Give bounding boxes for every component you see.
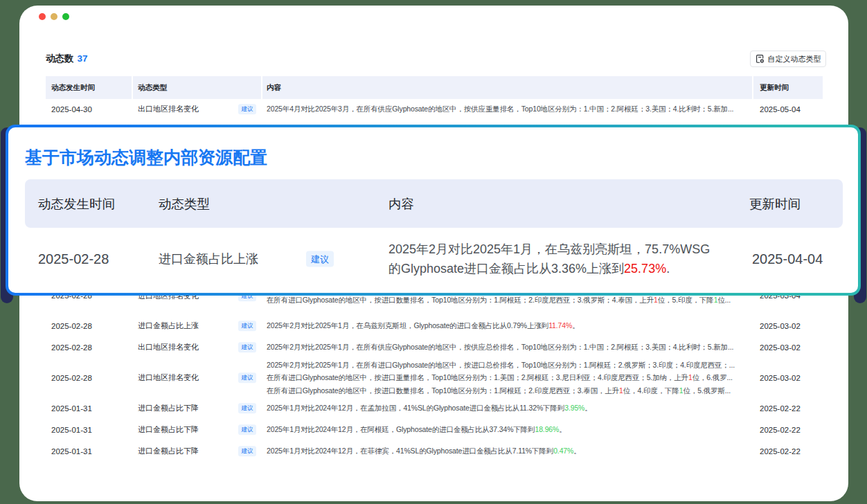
row-type: 进口金额占比下降建议	[133, 440, 261, 462]
row-type-label: 进口金额占比上涨	[138, 321, 199, 331]
table-row: 2025-02-28进口金额占比上涨建议2025年2月对比2025年1月，在乌兹…	[46, 315, 823, 336]
table-row: 2025-02-28进口地区排名变化建议2025年2月对比2025年1月，在所有…	[46, 358, 823, 397]
row-content: 2025年2月对比2025年1月，在所有进口Glyphosate的地区中，按进口…	[262, 358, 752, 397]
window-controls	[39, 13, 69, 20]
spotlight-row-type: 进口金额占比上涨 建议	[159, 228, 388, 290]
customize-dynamic-type-button[interactable]: 自定义动态类型	[750, 51, 826, 67]
row-type: 进口金额占比上涨建议	[133, 315, 261, 336]
content-line: 在所有进口Glyphosate的地区中，按进口数量排名，Top10地区分别为：1…	[267, 384, 752, 397]
row-update: 2025-03-02	[753, 336, 823, 358]
content-line: 2025年1月对比2024年12月，在孟加拉国，41%SL的Glyphosate…	[267, 402, 752, 415]
spotlight-column-header-update-time: 更新时间	[749, 179, 843, 228]
suggestion-tag: 建议	[306, 251, 334, 267]
suggestion-tag: 建议	[238, 372, 256, 384]
page: 动态数37	[0, 0, 867, 504]
row-date: 2025-02-28	[46, 336, 132, 358]
table-row: 2025-01-31进口金额占比下降建议2025年1月对比2024年12月，在阿…	[46, 419, 823, 440]
spotlight-row-date: 2025-02-28	[25, 228, 159, 290]
table-row: 2025-01-31进口金额占比下降建议2025年1月对比2024年12月，在菲…	[46, 440, 823, 462]
row-content: 2025年4月对比2025年3月，在所有供应Glyphosate的地区中，按供应…	[262, 98, 752, 120]
spotlight-card-body: 基于市场动态调整内部资源配置 动态发生时间 动态类型 内容 更新时间 2025-…	[8, 127, 858, 293]
row-update: 2025-02-22	[753, 440, 823, 462]
row-date: 2025-01-31	[46, 397, 132, 419]
table-row: 2025-01-31进口金额占比下降建议2025年1月对比2024年12月，在孟…	[46, 397, 823, 419]
content-line: 2025年2月对比2025年1月，在所有进口Glyphosate的地区中，按进口…	[267, 359, 752, 372]
row-type-label: 进口金额占比下降	[138, 446, 199, 456]
suggestion-tag: 建议	[238, 321, 256, 332]
dynamics-count-value: 37	[78, 53, 88, 64]
column-header-content: 内容	[262, 76, 752, 99]
spotlight-row-update: 2025-04-04	[749, 228, 843, 290]
table-header: 动态发生时间 动态类型 内容 更新时间	[46, 76, 823, 99]
row-type: 出口地区排名变化建议	[133, 98, 261, 120]
suggestion-tag: 建议	[238, 104, 256, 115]
customize-dynamic-type-label: 自定义动态类型	[768, 54, 821, 64]
table-row: 2025-02-28出口地区排名变化建议2025年2月对比2025年1月，在所有…	[46, 336, 823, 358]
spotlight-table-row: 2025-02-28 进口金额占比上涨 建议 2025年2月对比2025年1月，…	[25, 228, 843, 290]
row-type: 进口金额占比下降建议	[133, 397, 261, 419]
suggestion-tag: 建议	[238, 403, 256, 414]
spotlight-column-header-occurred-time: 动态发生时间	[25, 179, 159, 228]
dynamics-count-title: 动态数37	[46, 53, 88, 64]
row-update: 2025-03-02	[753, 315, 823, 336]
row-type-label: 出口地区排名变化	[138, 104, 199, 114]
row-date: 2025-02-28	[46, 358, 132, 397]
content-line: 2025年2月对比2025年1月，在乌兹别克斯坦，Glyphosate的进口金额…	[267, 319, 752, 332]
row-type: 进口金额占比下降建议	[133, 419, 261, 440]
row-type-label: 进口金额占比下降	[138, 424, 199, 435]
row-update: 2025-02-22	[753, 419, 823, 440]
row-type-label: 出口地区排名变化	[138, 342, 199, 352]
table-row: 2025-04-30出口地区排名变化建议2025年4月对比2025年3月，在所有…	[46, 98, 823, 120]
row-update: 2025-03-02	[753, 358, 823, 397]
spotlight-card: 基于市场动态调整内部资源配置 动态发生时间 动态类型 内容 更新时间 2025-…	[6, 125, 861, 296]
row-content: 2025年1月对比2024年12月，在孟加拉国，41%SL的Glyphosate…	[262, 397, 752, 419]
column-header-update-time: 更新时间	[753, 76, 823, 99]
column-header-dynamic-type: 动态类型	[133, 76, 261, 99]
dynamics-count-label: 动态数	[46, 53, 74, 64]
row-date: 2025-01-31	[46, 419, 132, 440]
spotlight-table-header: 动态发生时间 动态类型 内容 更新时间	[25, 179, 843, 228]
minimize-window-button[interactable]	[51, 13, 57, 20]
row-content: 2025年1月对比2024年12月，在阿根廷，Glyphosate的进口金额占比…	[262, 419, 752, 440]
content-line: 2025年4月对比2025年3月，在所有供应Glyphosate的地区中，按供应…	[267, 102, 752, 116]
content-line: 的Glyphosate进口金额占比从3.36%上涨到25.73%.	[388, 259, 670, 278]
spotlight-row-content: 2025年2月对比2025年1月，在乌兹别亮斯坦，75.7%WSG的Glypho…	[388, 228, 749, 290]
row-date: 2025-02-28	[46, 315, 132, 336]
close-window-button[interactable]	[39, 13, 46, 20]
row-type-label: 进口地区排名变化	[138, 372, 199, 383]
content-line: 2025年2月对比2025年1月，在乌兹别亮斯坦，75.7%WSG	[388, 240, 710, 259]
suggestion-tag: 建议	[238, 424, 256, 435]
content-line: 2025年1月对比2024年12月，在菲律宾，41%SL的Glyphosate进…	[267, 444, 752, 458]
row-content: 2025年2月对比2025年1月，在乌兹别克斯坦，Glyphosate的进口金额…	[262, 315, 752, 336]
row-update: 2025-02-22	[753, 397, 823, 419]
spotlight-title: 基于市场动态调整内部资源配置	[25, 147, 843, 168]
column-header-occurred-time: 动态发生时间	[46, 76, 132, 99]
row-type: 出口地区排名变化建议	[133, 336, 261, 358]
form-gear-icon	[756, 54, 765, 64]
row-content: 2025年1月对比2024年12月，在菲律宾，41%SL的Glyphosate进…	[262, 440, 752, 462]
spotlight-column-header-content: 内容	[388, 179, 749, 228]
suggestion-tag: 建议	[238, 342, 256, 353]
row-type: 进口地区排名变化建议	[133, 358, 261, 397]
spotlight-row-type-label: 进口金额占比上涨	[159, 251, 258, 267]
row-date: 2025-04-30	[46, 98, 132, 120]
content-line: 2025年1月对比2024年12月，在阿根廷，Glyphosate的进口金额占比…	[267, 423, 752, 436]
maximize-window-button[interactable]	[62, 13, 69, 20]
spotlight-column-header-dynamic-type: 动态类型	[159, 179, 388, 228]
suggestion-tag: 建议	[238, 446, 256, 457]
row-content: 2025年2月对比2025年1月，在所有供应Glyphosate的地区中，按供应…	[262, 336, 752, 358]
row-date: 2025-01-31	[46, 440, 132, 462]
row-type-label: 进口金额占比下降	[138, 403, 199, 413]
row-update: 2025-05-04	[753, 98, 823, 120]
content-line: 2025年2月对比2025年1月，在所有供应Glyphosate的地区中，按供应…	[267, 341, 752, 354]
content-line: 在所有进口Glyphosate的地区中，按进口重量排名，Top10地区分别为：1…	[267, 371, 752, 384]
